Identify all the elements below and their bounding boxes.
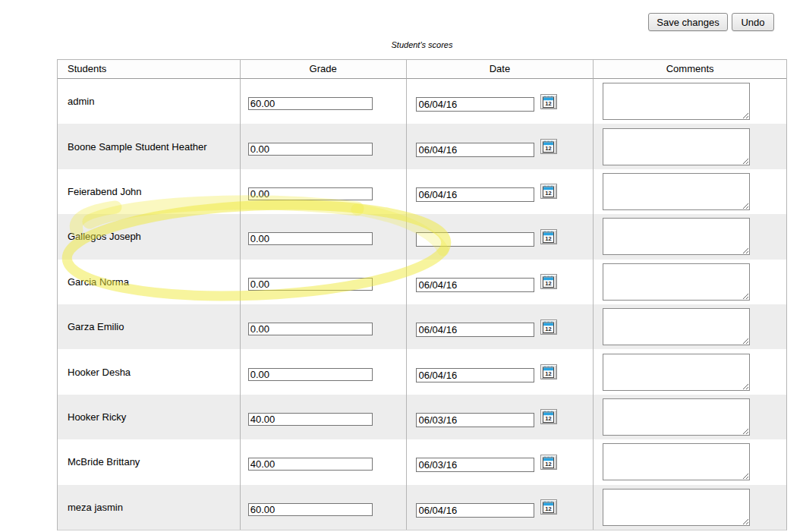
date-input[interactable] [416,368,534,382]
date-cell: 12 [407,349,594,394]
date-cell: 12 [407,485,594,530]
calendar-icon: 12 [543,185,554,197]
calendar-picker-button[interactable]: 12 [540,184,557,199]
calendar-picker-button[interactable]: 12 [540,364,557,379]
header-comments: Comments [594,60,786,79]
grade-input[interactable] [248,458,373,471]
calendar-icon: 12 [543,275,554,288]
student-name: Hooker Ricky [68,411,126,423]
grade-cell [241,349,407,394]
calendar-icon: 12 [543,411,554,423]
undo-button[interactable]: Undo [732,13,774,31]
calendar-picker-button[interactable]: 12 [540,229,557,244]
date-cell: 12 [407,304,594,349]
date-cell: 12 [407,260,594,304]
calendar-day-label: 12 [545,145,551,152]
student-name: Hooker Desha [68,367,131,378]
comment-textarea[interactable] [603,443,750,480]
comment-textarea[interactable] [603,263,750,301]
grade-input[interactable] [248,187,373,200]
calendar-icon: 12 [543,140,554,153]
calendar-picker-button[interactable]: 12 [540,499,557,515]
grade-input[interactable] [248,503,373,516]
date-input[interactable] [416,413,534,427]
calendar-day-label: 12 [545,280,551,287]
comment-textarea[interactable] [603,354,750,391]
calendar-day-label: 12 [545,100,551,107]
grade-input[interactable] [248,143,373,156]
comment-cell [594,124,786,168]
comment-cell [594,304,786,349]
comment-textarea[interactable] [603,128,750,165]
date-input[interactable] [416,187,534,202]
comment-textarea[interactable] [603,83,750,120]
date-input[interactable] [416,143,534,157]
comment-textarea[interactable] [603,489,750,526]
calendar-picker-button[interactable]: 12 [540,455,557,470]
student-cell: Boone Sample Student Heather [58,124,241,168]
grade-input[interactable] [248,368,373,381]
student-cell: Garza Emilio [58,304,241,349]
comment-textarea[interactable] [603,398,750,436]
student-cell: Hooker Desha [58,349,241,394]
grade-input[interactable] [248,97,373,110]
header-students: Students [58,60,241,79]
comment-cell [594,485,786,530]
comment-cell [594,79,786,124]
table-row: Garcia Norma 12 [58,260,786,304]
comment-textarea[interactable] [603,173,750,210]
student-name: Feierabend John [68,186,142,197]
calendar-icon: 12 [543,456,554,468]
table-row: Garza Emilio 12 [58,304,786,349]
calendar-day-label: 12 [545,326,551,332]
comment-textarea[interactable] [603,218,750,255]
grade-input[interactable] [248,413,373,426]
header-date: Date [407,60,594,79]
date-input[interactable] [416,232,534,247]
calendar-icon: 12 [543,96,554,108]
student-cell: McBride Brittany [58,439,241,484]
calendar-day-label: 12 [545,505,551,512]
calendar-day-label: 12 [545,461,551,467]
table-header-row: Students Grade Date Comments [58,60,786,79]
date-cell: 12 [407,169,594,214]
calendar-icon: 12 [543,501,554,513]
calendar-picker-button[interactable]: 12 [540,320,557,335]
student-cell: Hooker Ricky [58,395,241,439]
student-name: Garcia Norma [68,276,129,288]
student-name: admin [68,96,94,107]
calendar-picker-button[interactable]: 12 [540,94,557,109]
calendar-picker-button[interactable]: 12 [540,409,557,424]
date-input[interactable] [416,458,534,472]
save-changes-button[interactable]: Save changes [648,13,728,31]
comment-textarea[interactable] [603,308,750,345]
comment-cell [594,395,786,439]
comment-cell [594,260,786,304]
grade-input[interactable] [248,232,373,245]
table-row: Boone Sample Student Heather 12 [58,124,786,168]
calendar-day-label: 12 [545,190,551,197]
calendar-picker-button[interactable]: 12 [540,274,557,289]
date-input[interactable] [416,503,534,518]
comment-cell [594,214,786,259]
date-input[interactable] [416,323,534,337]
student-cell: Feierabend John [58,169,241,214]
table-row: Feierabend John 12 [58,169,786,214]
grade-cell [241,304,407,349]
table-row: admin 12 [58,79,786,124]
comment-cell [594,439,786,484]
student-cell: meza jasmin [58,485,241,530]
student-name: Garza Emilio [68,321,124,332]
table-row: meza jasmin 12 [58,485,786,530]
date-input[interactable] [416,278,534,292]
grade-cell [241,485,407,530]
date-cell: 12 [407,214,594,259]
calendar-picker-button[interactable]: 12 [540,139,557,154]
grading-page: Save changes Undo Student's scores Stude… [0,0,803,532]
calendar-icon: 12 [543,366,554,378]
grade-input[interactable] [248,323,373,335]
student-cell: admin [58,79,241,124]
grade-input[interactable] [248,278,373,291]
date-input[interactable] [416,97,534,112]
student-cell: Garcia Norma [58,260,241,304]
